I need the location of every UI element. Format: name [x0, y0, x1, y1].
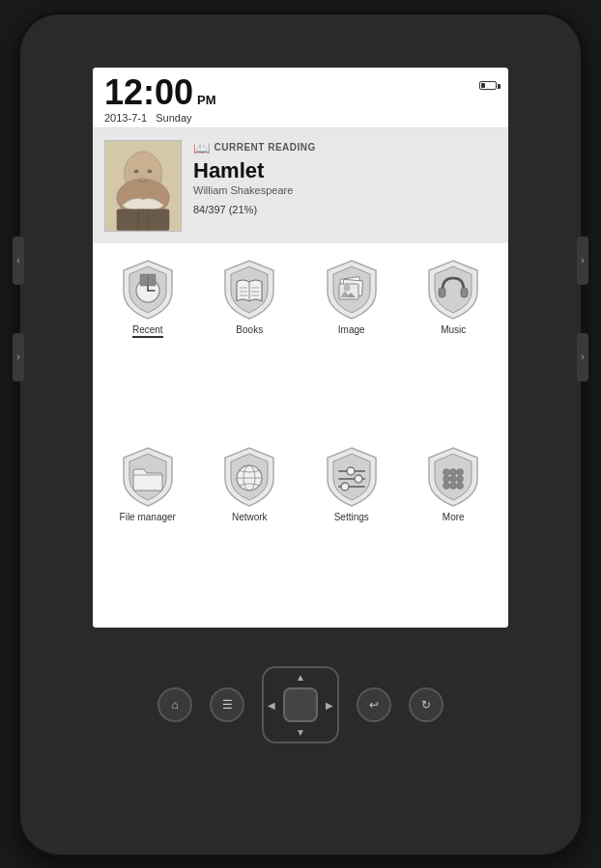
dpad-down-button[interactable]: ▼: [296, 727, 305, 738]
svg-point-35: [341, 483, 349, 490]
dpad-left-button[interactable]: ◀: [268, 700, 275, 711]
svg-point-41: [457, 476, 464, 483]
left-bottom-button[interactable]: ›: [13, 333, 24, 381]
home-button[interactable]: ⌂: [157, 687, 192, 722]
menu-button[interactable]: ☰: [210, 687, 244, 722]
music-icon: [424, 261, 482, 319]
right-bottom-button[interactable]: ›: [577, 333, 588, 381]
app-more[interactable]: More: [405, 440, 503, 622]
app-books-label: Books: [236, 324, 263, 335]
svg-point-38: [457, 469, 464, 476]
app-network[interactable]: Network: [201, 440, 300, 622]
books-icon: [220, 261, 278, 319]
svg-rect-25: [439, 288, 445, 297]
screen: 12:00 PM 2013-7-1 Sunday: [93, 68, 508, 628]
svg-point-3: [134, 169, 139, 173]
svg-point-42: [444, 483, 450, 490]
app-music-label: Music: [441, 324, 466, 335]
settings-icon: [323, 448, 381, 506]
app-recent-label: Recent: [132, 324, 163, 338]
svg-point-43: [450, 483, 457, 490]
left-top-button[interactable]: ‹: [13, 237, 24, 285]
bottom-buttons-row: ⌂ ☰ ▲ ▼ ◀ ▶ ↩ ↻: [157, 666, 444, 743]
app-image-label: Image: [338, 324, 365, 335]
filemanager-icon: [119, 448, 177, 506]
bottom-controls: ⌂ ☰ ▲ ▼ ◀ ▶ ↩ ↻: [93, 635, 508, 775]
book-title: Hamlet: [193, 159, 497, 182]
svg-point-40: [450, 476, 457, 483]
date-display: 2013-7-1 Sunday: [104, 112, 192, 124]
svg-point-37: [450, 469, 457, 476]
svg-point-33: [355, 475, 362, 483]
app-grid: Recent: [93, 243, 508, 628]
app-music[interactable]: Music: [405, 253, 503, 437]
dpad: ▲ ▼ ◀ ▶: [262, 666, 339, 743]
app-settings-label: Settings: [334, 512, 369, 522]
refresh-button[interactable]: ↻: [409, 687, 444, 722]
svg-point-36: [444, 469, 450, 476]
back-button[interactable]: ↩: [357, 687, 391, 722]
clock-time: 12:00: [104, 75, 193, 110]
app-filemanager[interactable]: File manager: [99, 440, 197, 622]
app-recent[interactable]: Recent: [99, 253, 197, 437]
recent-icon: [119, 261, 177, 319]
book-icon: 📖: [193, 140, 211, 155]
book-progress: 84/397 (21%): [193, 204, 497, 215]
svg-point-44: [457, 483, 464, 490]
ereader-device: ‹ › › › 12:00 PM 2013-7-1 Sunday: [20, 14, 581, 854]
app-more-label: More: [443, 512, 465, 522]
status-bar: 12:00 PM 2013-7-1 Sunday: [93, 68, 508, 127]
image-icon: [323, 261, 381, 319]
dpad-center-button[interactable]: [283, 687, 318, 722]
app-image[interactable]: Image: [302, 253, 401, 437]
reading-info: 📖 CURRENT READING Hamlet William Shakesp…: [193, 140, 497, 215]
dpad-up-button[interactable]: ▲: [296, 672, 305, 683]
right-top-button[interactable]: ›: [577, 237, 588, 285]
book-cover: [104, 140, 182, 232]
current-reading-card[interactable]: 📖 CURRENT READING Hamlet William Shakesp…: [93, 127, 508, 243]
svg-point-31: [347, 467, 355, 475]
reading-label: 📖 CURRENT READING: [193, 140, 497, 155]
svg-point-24: [344, 285, 350, 291]
app-books[interactable]: Books: [201, 253, 300, 437]
dpad-right-button[interactable]: ▶: [326, 700, 333, 711]
app-settings[interactable]: Settings: [302, 440, 401, 622]
svg-point-5: [140, 175, 146, 179]
app-network-label: Network: [232, 512, 268, 522]
more-icon: [424, 448, 482, 506]
network-icon: [220, 448, 278, 506]
app-filemanager-label: File manager: [120, 512, 176, 522]
svg-point-4: [147, 169, 152, 173]
battery-icon: [479, 81, 497, 90]
book-author: William Shakespeare: [193, 184, 497, 196]
svg-point-39: [444, 476, 450, 483]
svg-rect-6: [117, 209, 170, 230]
svg-rect-26: [461, 288, 468, 297]
clock-ampm: PM: [197, 93, 216, 107]
